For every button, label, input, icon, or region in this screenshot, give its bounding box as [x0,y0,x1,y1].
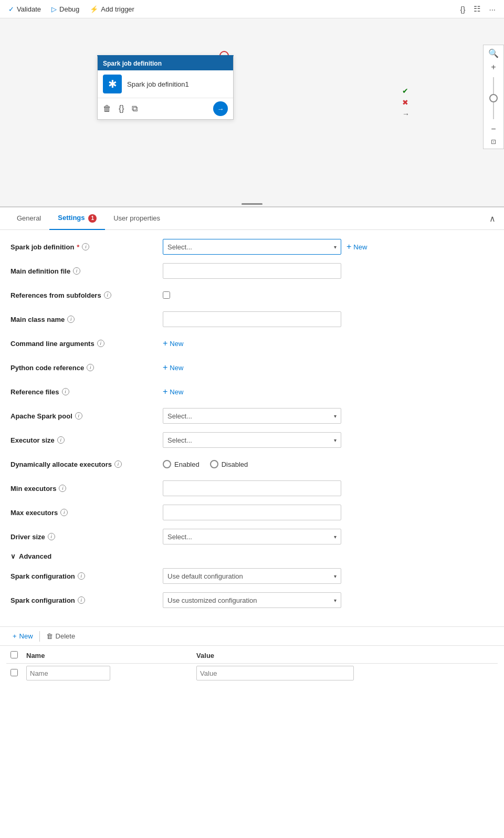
min-executors-input[interactable] [163,480,341,496]
ref-files-new-button[interactable]: + New [163,387,183,396]
activity-card[interactable]: Spark job definition ✱ Spark job definit… [97,55,234,120]
ref-files-control: + New [163,387,494,396]
main-class-name-info-icon[interactable]: i [67,316,75,323]
zoom-thumb[interactable] [489,94,498,102]
spark-job-def-caret: ▾ [334,244,337,250]
advanced-toggle[interactable]: ∨ Advanced [10,552,494,560]
tab-settings[interactable]: Settings 1 [49,207,105,230]
apache-spark-pool-select[interactable]: Select... ▾ [163,408,341,424]
spark-config-1-select[interactable]: Use default configuration ▾ [163,568,341,584]
col-name-header: Name [22,648,192,664]
canvas-area: Spark job definition ✱ Spark job definit… [0,18,504,207]
spark-config-2-select[interactable]: Use customized configuration ▾ [163,592,341,608]
success-annotation: ✔ [402,87,410,95]
form-row-main-class-name: Main class name i [10,311,494,328]
main-def-file-label: Main definition file i [10,267,163,275]
apache-spark-pool-caret: ▾ [334,413,337,419]
table-delete-button[interactable]: 🗑 Delete [40,630,82,642]
main-class-name-input[interactable] [163,311,341,327]
row-checkbox-cell [6,664,22,683]
min-executors-control [163,480,494,496]
copy-card-icon[interactable]: ⧉ [132,104,138,113]
apache-spark-pool-info-icon[interactable]: i [75,412,82,420]
select-all-checkbox[interactable] [10,651,18,658]
collapse-panel-icon[interactable]: ∧ [489,214,496,224]
driver-size-select[interactable]: Select... ▾ [163,529,341,544]
spark-job-def-info-icon[interactable]: i [82,243,89,250]
form-row-python-code-ref: Python code reference i + New [10,359,494,376]
code-card-icon[interactable]: {} [119,104,124,113]
executor-size-info-icon[interactable]: i [57,436,65,444]
driver-size-info-icon[interactable]: i [48,533,55,540]
max-executors-input[interactable] [163,505,341,520]
min-executors-info-icon[interactable]: i [59,485,66,492]
plus-icon: + [346,242,351,252]
debug-icon: ▷ [51,5,57,13]
more-icon[interactable]: ··· [489,5,496,14]
main-def-file-control [163,263,494,279]
form-row-dynamic-alloc: Dynamically allocate executors i Enabled… [10,456,494,473]
delete-card-icon[interactable]: 🗑 [103,104,111,113]
python-code-ref-info-icon[interactable]: i [87,364,94,371]
code-icon[interactable]: {} [460,5,465,14]
plus-icon-ref: + [163,387,167,396]
ref-files-info-icon[interactable]: i [62,388,69,395]
debug-button[interactable]: ▷ Debug [51,5,79,13]
activity-name: Spark job definition1 [127,80,189,88]
max-executors-info-icon[interactable]: i [60,509,68,516]
table-header-row: Name Value [6,648,498,664]
add-trigger-button[interactable]: ⚡ Add trigger [90,5,134,13]
disabled-radio-circle [210,460,218,468]
form-row-main-def-file: Main definition file i [10,263,494,279]
validate-icon: ✓ [8,5,14,13]
tab-user-properties[interactable]: User properties [105,208,169,229]
cmd-line-args-new-button[interactable]: + New [163,339,183,348]
spark-job-def-control: Select... ▾ + New [163,239,494,255]
panel-area: General Settings 1 User properties ∧ Spa… [0,207,504,691]
settings-form: Spark job definition * i Select... ▾ + N… [0,230,504,624]
monitor-icon[interactable]: ☷ [474,4,480,14]
row-name-input[interactable] [26,666,110,680]
table-new-button[interactable]: + New [6,630,39,642]
refs-subfolders-info-icon[interactable]: i [104,291,111,299]
col-value-header: Value [192,648,498,664]
panel-resize-handle[interactable] [242,198,262,206]
next-annotation: → [402,110,410,118]
dynamic-alloc-info-icon[interactable]: i [114,460,122,468]
navigate-card-button[interactable]: → [213,101,228,116]
enabled-radio[interactable]: Enabled [163,460,200,468]
row-name-cell [22,664,192,683]
driver-size-control: Select... ▾ [163,529,494,544]
spark-config-2-info-icon[interactable]: i [78,596,85,604]
activity-icon: ✱ [103,75,122,93]
refs-subfolders-checkbox[interactable] [163,291,170,299]
settings-badge: 1 [88,214,97,223]
search-canvas-icon[interactable]: 🔍 [484,47,503,59]
main-class-name-label: Main class name i [10,316,163,323]
main-def-file-info-icon[interactable]: i [73,267,80,275]
disabled-radio[interactable]: Disabled [210,460,248,468]
spark-config-2-control: Use customized configuration ▾ [163,592,494,608]
cmd-line-args-control: + New [163,339,494,348]
spark-job-def-select[interactable]: Select... ▾ [163,239,341,255]
driver-size-caret: ▾ [334,534,337,540]
spark-config-1-info-icon[interactable]: i [78,572,85,580]
zoom-out-button[interactable]: − [487,123,500,135]
row-value-input[interactable] [196,666,354,680]
validate-button[interactable]: ✓ Validate [8,5,41,13]
fit-canvas-icon[interactable]: ⊡ [487,137,500,146]
executor-size-select[interactable]: Select... ▾ [163,432,341,448]
cmd-line-args-info-icon[interactable]: i [97,340,104,347]
plus-icon-cmd: + [163,339,167,348]
spark-job-def-new-button[interactable]: + New [346,242,367,252]
table-row [6,664,498,683]
max-executors-label: Max executors i [10,509,163,517]
tab-general[interactable]: General [8,208,49,229]
python-code-ref-new-button[interactable]: + New [163,363,183,372]
plus-icon-table: + [13,632,17,640]
activity-card-body: ✱ Spark job definition1 [98,70,233,98]
main-def-file-input[interactable] [163,263,341,279]
row-checkbox[interactable] [10,669,18,676]
config-table: Name Value [6,648,498,683]
zoom-in-button[interactable]: + [487,61,500,73]
